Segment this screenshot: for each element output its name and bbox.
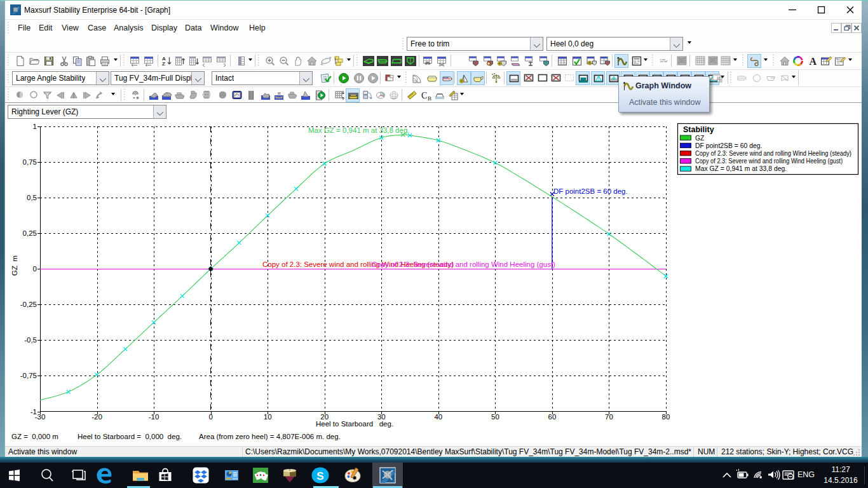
svg-text:B: B (428, 95, 431, 102)
svg-text:40: 40 (434, 413, 442, 421)
svg-text:S: S (316, 470, 323, 482)
svg-text:A: A (810, 56, 817, 67)
svg-text:GZ m: GZ m (11, 255, 18, 276)
svg-text:-20: -20 (92, 413, 102, 421)
svg-text:Stability: Stability (683, 125, 714, 134)
svg-text:-0,5: -0,5 (24, 336, 37, 344)
svg-text:1: 1 (33, 123, 37, 130)
svg-text:Z: Z (162, 61, 165, 67)
svg-text:0,25: 0,25 (23, 229, 37, 237)
svg-text:Copy of 2.3: Severe wind and r: Copy of 2.3: Severe wind and rolling Win… (372, 261, 555, 268)
svg-text:DF point2SB = 60 deg.: DF point2SB = 60 deg. (553, 187, 628, 195)
svg-text:0,75: 0,75 (23, 158, 37, 166)
svg-text:GZ: GZ (695, 135, 705, 142)
svg-text:C: C (421, 91, 427, 100)
svg-text:Max GZ = 0,941 m at 33,8 deg.: Max GZ = 0,941 m at 33,8 deg. (695, 165, 787, 172)
svg-text:-0,25: -0,25 (20, 301, 37, 308)
svg-text:Copy of 2.3: Severe wind and r: Copy of 2.3: Severe wind and rolling Win… (695, 150, 851, 157)
svg-text:-30: -30 (35, 413, 46, 421)
svg-text:0: 0 (208, 413, 212, 421)
svg-text:80: 80 (662, 413, 670, 421)
svg-text:70: 70 (605, 413, 613, 421)
svg-text:0,5: 0,5 (27, 194, 37, 201)
svg-text:Max GZ = 0,941 m at 33,8 deg.: Max GZ = 0,941 m at 33,8 deg. (308, 126, 410, 134)
svg-text:DF point2SB = 60 deg.: DF point2SB = 60 deg. (695, 142, 762, 149)
svg-text:-10: -10 (149, 413, 159, 421)
svg-text:60: 60 (548, 413, 557, 421)
svg-text:-0,75: -0,75 (20, 372, 37, 379)
svg-text:Heel to Starboard deg.: Heel to Starboard deg. (316, 420, 393, 428)
svg-text:10: 10 (264, 413, 272, 421)
svg-text:50: 50 (491, 413, 499, 421)
svg-text:0: 0 (33, 265, 37, 273)
svg-text:Copy of 2.3: Severe wind and r: Copy of 2.3: Severe wind and rolling Win… (695, 158, 843, 165)
